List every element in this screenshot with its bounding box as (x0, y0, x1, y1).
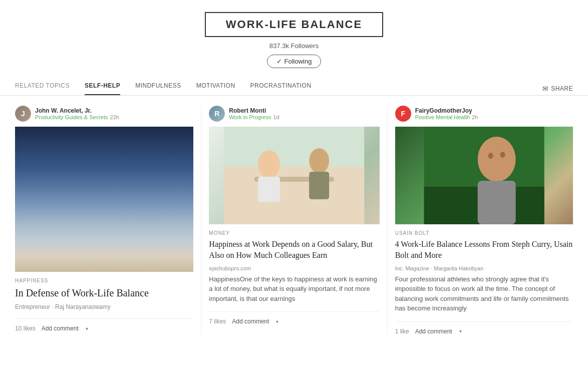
article-col-1: J John W. Ancelet, Jr. Productivity Guid… (15, 106, 201, 335)
author-row-1: J John W. Ancelet, Jr. Productivity Guid… (15, 106, 193, 122)
article-image-2[interactable] (209, 127, 379, 224)
envelope-icon: ✉ (542, 85, 549, 93)
share-label: SHARE (551, 85, 573, 92)
article-excerpt-2: HappinessOne of the keys to happiness at… (209, 274, 379, 304)
following-label: Following (284, 58, 312, 65)
nav-item-mindfulness[interactable]: MINDFULNESS (135, 82, 181, 95)
related-topics-label: RELATED TOPICS (15, 82, 70, 95)
author-row-3: F FairyGodmotherJoy Positive Mental Heal… (395, 106, 573, 122)
svg-point-11 (488, 153, 493, 159)
article-image-1[interactable] (15, 127, 193, 272)
article-footer-3: 1 like Add comment ▾ (395, 321, 573, 335)
article-source-2: epichubspro.com (209, 265, 379, 271)
author-meta-1: Productivity Guides & Secrets 22h (35, 114, 119, 120)
svg-point-9 (477, 137, 515, 182)
author-info-3: FairyGodmotherJoy Positive Mental Health… (415, 107, 478, 120)
comment-caret-2: ▾ (276, 319, 278, 324)
likes-count-1: 10 likes (15, 325, 36, 332)
author-row-2: R Robert Monti Work in Progress 1d (209, 106, 379, 122)
svg-rect-10 (477, 181, 515, 224)
author-name-1: John W. Ancelet, Jr. (35, 107, 119, 114)
nav-list: RELATED TOPICS SELF-HELP MINDFULNESS MOT… (15, 82, 312, 95)
svg-point-3 (258, 150, 280, 178)
content-grid: J John W. Ancelet, Jr. Productivity Guid… (0, 96, 588, 345)
comment-caret-1: ▾ (86, 326, 88, 331)
article-col-3: F FairyGodmotherJoy Positive Mental Heal… (387, 106, 573, 335)
article-tag-3: USAIN BOLT (395, 230, 573, 236)
article-title-2[interactable]: Happiness at Work Depends on a Good Sala… (209, 239, 379, 261)
check-icon: ✓ (276, 58, 282, 65)
author-publication-2[interactable]: Work in Progress (229, 114, 271, 120)
article-title-1[interactable]: In Defense of Work-Life Balance (15, 286, 193, 299)
topic-header: WORK-LIFE BALANCE 837.3k Followers ✓ Fol… (0, 0, 588, 68)
nav-item-motivation[interactable]: MOTIVATION (196, 82, 235, 95)
topic-title: WORK-LIFE BALANCE (205, 12, 383, 37)
article-source-3: Inc. Magazine · Margarita Hakobyan (395, 265, 573, 271)
share-button[interactable]: ✉ SHARE (542, 85, 573, 93)
article-tag-2: MONEY (209, 230, 379, 236)
topic-nav: RELATED TOPICS SELF-HELP MINDFULNESS MOT… (0, 76, 588, 96)
author-name-2: Robert Monti (229, 107, 279, 114)
add-comment-1[interactable]: Add comment (42, 325, 79, 332)
svg-rect-4 (258, 177, 280, 202)
author-info-1: John W. Ancelet, Jr. Productivity Guides… (35, 107, 119, 120)
comment-caret-3: ▾ (459, 328, 462, 334)
author-time-2: 1d (273, 114, 279, 120)
following-button[interactable]: ✓ Following (267, 55, 322, 68)
author-meta-3: Positive Mental Health 2h (415, 114, 478, 120)
article-footer-2: 7 likes Add comment ▾ (209, 311, 379, 325)
add-comment-2[interactable]: Add comment (232, 318, 269, 325)
article-byline-1: Entrepreneur · Raj Narayanaswamy (15, 303, 193, 310)
avatar-1: J (15, 106, 31, 122)
svg-rect-1 (224, 167, 364, 224)
article-footer-1: 10 likes Add comment ▾ (15, 318, 193, 332)
article-tag-1: HAPPINESS (15, 278, 193, 283)
nav-item-self-help[interactable]: SELF-HELP (85, 82, 120, 95)
article-col-2: R Robert Monti Work in Progress 1d (201, 106, 387, 335)
article-excerpt-3: Four professional athletes who strongly … (395, 274, 573, 313)
likes-count-3: 1 like (395, 328, 409, 335)
add-comment-3[interactable]: Add comment (415, 328, 452, 335)
avatar-2: R (209, 106, 225, 122)
author-time-1: 22h (110, 114, 119, 120)
article-image-3[interactable] (395, 127, 573, 224)
article-title-3[interactable]: 4 Work-Life Balance Lessons From Steph C… (395, 239, 573, 261)
svg-rect-6 (309, 172, 329, 199)
author-name-3: FairyGodmotherJoy (415, 107, 478, 114)
author-publication-1[interactable]: Productivity Guides & Secrets (35, 114, 108, 120)
author-info-2: Robert Monti Work in Progress 1d (229, 107, 279, 120)
author-time-3: 2h (472, 114, 478, 120)
author-meta-2: Work in Progress 1d (229, 114, 279, 120)
followers-count: 837.3k Followers (10, 42, 578, 50)
avatar-3: F (395, 106, 411, 122)
nav-item-procrastination[interactable]: PROCRASTINATION (250, 82, 312, 95)
author-publication-3[interactable]: Positive Mental Health (415, 114, 470, 120)
svg-point-12 (500, 152, 505, 158)
likes-count-2: 7 likes (209, 318, 226, 325)
svg-point-5 (309, 148, 329, 173)
